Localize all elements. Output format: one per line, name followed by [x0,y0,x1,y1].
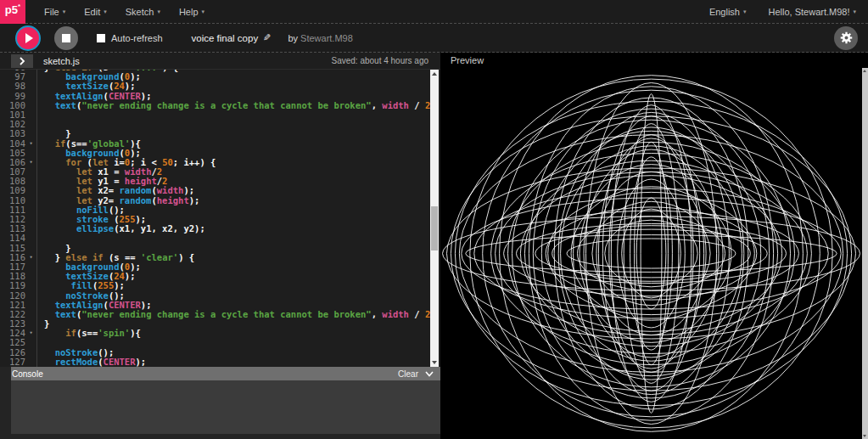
canvas-ellipse [552,226,751,282]
editor-scrollbar[interactable] [430,70,439,367]
top-nav-bar: p5* File▾ Edit▾ Sketch▾ Help▾ English▾ H… [0,0,868,24]
menu-file[interactable]: File▾ [44,7,65,17]
line-number-gutter[interactable]: 104▾ [0,139,37,149]
console-clear-button[interactable]: Clear [398,369,418,379]
scroll-down-arrow-icon[interactable] [863,435,866,437]
canvas-ellipse [466,235,837,273]
code-line[interactable]: 124▾ if(s=='spin'){ [0,329,430,338]
editor-scrollbar-thumb[interactable] [431,206,438,250]
line-number-gutter[interactable]: 120 [0,291,37,301]
code-line[interactable]: 127 rectMode(CENTER); [0,357,430,367]
editor-panel: sketch.js Saved: about 4 hours ago 96} e… [0,53,440,439]
stop-icon [62,34,70,42]
line-number-gutter[interactable]: 109 [0,186,37,195]
gear-icon [840,31,853,44]
console-output [0,380,440,439]
settings-button[interactable] [834,26,858,50]
canvas-ellipse [491,154,812,354]
canvas-ellipse [561,146,742,361]
chevron-down-icon: ▾ [743,8,747,15]
canvas-ellipse [598,138,703,369]
menu-edit[interactable]: Edit▾ [84,7,106,17]
p5-logo[interactable]: p5* [0,0,25,24]
stop-button[interactable] [54,26,78,50]
fold-arrow-icon[interactable]: ▾ [25,329,36,338]
console-left-gutter [0,367,11,439]
fold-arrow-icon[interactable]: ▾ [25,139,36,149]
canvas-ellipse [474,189,828,318]
chevron-down-icon: ▾ [853,8,856,15]
author-link[interactable]: Stewart.M98 [300,33,353,43]
canvas-ellipse [529,87,773,420]
tab-sketch-js[interactable]: sketch.js [43,56,80,66]
code-line[interactable]: 113 ellipse(x1, y1, x2, y2); [0,224,430,234]
line-number-gutter[interactable]: 127 [0,357,37,367]
console-bottom-edge [11,434,440,439]
line-number-gutter[interactable]: 125 [0,338,37,347]
byline: by Stewart.M98 [288,33,352,43]
chevron-down-icon: ▾ [104,8,107,15]
project-name: voice final copy [192,33,259,43]
language-selector[interactable]: English▾ [709,7,747,17]
saved-status: Saved: about 4 hours ago [331,56,428,65]
line-number-gutter[interactable]: 103 [0,129,37,138]
canvas-ellipse [554,98,748,409]
code-line[interactable]: 101 [0,110,430,120]
line-number-gutter[interactable]: 114 [0,234,37,243]
scroll-down-arrow-icon[interactable] [432,361,437,364]
canvas-ellipse [586,83,717,425]
chevron-right-icon [19,57,25,65]
menu-sketch[interactable]: Sketch▾ [126,7,160,17]
scroll-up-arrow-icon[interactable] [432,72,437,76]
edit-pencil-icon[interactable]: ✎ [263,32,271,43]
chevron-down-icon: ▾ [202,8,205,15]
code-line[interactable]: 122 text("never ending change is a cycle… [0,310,430,319]
preview-scrollbar[interactable] [862,68,868,439]
code-editor[interactable]: 96} else if (s == '....') {97 background… [0,70,440,367]
canvas-ellipse [500,76,804,432]
code-line[interactable]: 100 text("never ending change is a cycle… [0,101,430,110]
auto-refresh-label: Auto-refresh [111,33,163,43]
menu-help[interactable]: Help▾ [179,7,204,17]
canvas-ellipse [443,217,860,290]
ellipse-drawing [440,68,862,439]
canvas-ellipse [624,124,679,384]
fold-arrow-icon[interactable]: ▾ [25,253,36,262]
sidebar-expand-button[interactable] [11,54,33,68]
canvas-ellipse [533,109,769,398]
sketch-canvas [440,68,862,439]
console-collapse-chevron-icon[interactable] [425,371,434,377]
preview-bar: Preview [440,53,868,68]
sketch-toolbar: Auto-refresh voice final copy ✎ by Stewa… [0,24,868,53]
preview-panel: Preview [440,53,868,439]
line-number-gutter[interactable]: 98 [0,82,37,91]
editor-tab-bar: sketch.js Saved: about 4 hours ago [0,53,440,70]
scroll-up-arrow-icon[interactable] [863,70,866,72]
fold-arrow-icon[interactable]: ▾ [25,158,36,167]
play-button[interactable] [15,25,41,51]
console-title: Console [12,369,43,379]
console-header: Console Clear [0,367,440,380]
account-menu[interactable]: Hello, Stewart.M98! ▾ [769,7,857,17]
line-number-gutter[interactable]: 119 [0,281,37,290]
canvas-ellipse [455,101,847,405]
preview-label: Preview [451,55,484,65]
chevron-down-icon: ▾ [157,8,160,15]
canvas-ellipse [622,209,681,298]
auto-refresh-checkbox[interactable] [97,34,105,42]
play-icon [25,33,33,43]
chevron-down-icon: ▾ [63,8,66,15]
canvas-ellipse [520,176,781,332]
